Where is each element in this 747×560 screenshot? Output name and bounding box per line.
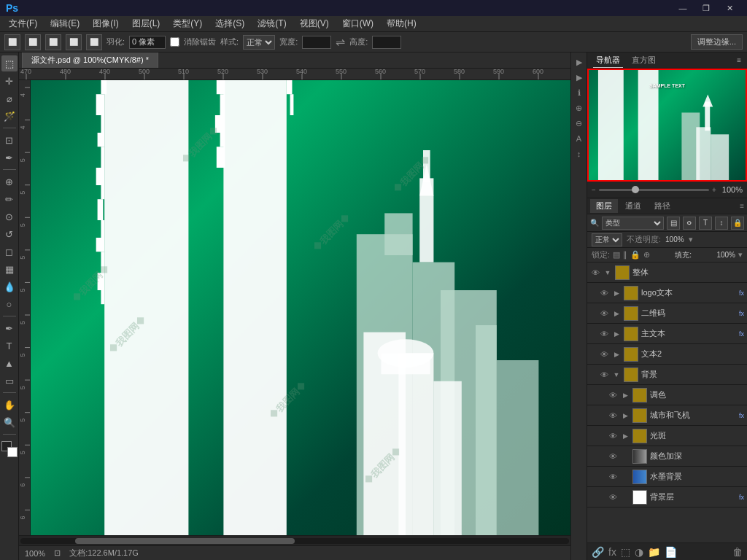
layer-item-水墨背景[interactable]: 👁 水墨背景	[587, 467, 747, 487]
layer-group-icon[interactable]: 📁	[648, 546, 660, 558]
menu-type[interactable]: 类型(Y)	[167, 16, 208, 31]
layer-expand-背景[interactable]: ▼	[612, 370, 621, 379]
layer-vis-二维码[interactable]: 👁	[599, 308, 609, 319]
layer-expand-光斑[interactable]: ▶	[621, 432, 630, 440]
tool-pen[interactable]: ✒	[1, 320, 18, 336]
layer-vis-调色[interactable]: 👁	[608, 390, 618, 400]
layers-panel-menu[interactable]: ≡	[740, 202, 744, 210]
opacity-arrow[interactable]: ▾	[689, 235, 693, 244]
menu-edit[interactable]: 编辑(E)	[44, 16, 85, 31]
layer-item-logo文本[interactable]: 👁 ▶ logo文本 fx	[587, 283, 747, 303]
layer-item-主文本[interactable]: 👁 ▶ 主文本 fx	[587, 324, 747, 344]
channels-tab[interactable]: 通道	[619, 199, 647, 213]
layer-vis-颜色加深[interactable]: 👁	[608, 451, 618, 462]
background-color[interactable]	[7, 447, 18, 457]
subtract-selection-btn[interactable]: ⬜	[66, 34, 82, 50]
menu-help[interactable]: 帮助(H)	[381, 16, 422, 31]
navigator-tab[interactable]: 导航器	[593, 53, 623, 68]
height-input[interactable]	[372, 36, 401, 49]
layer-expand-整体[interactable]: ▼	[603, 268, 612, 277]
tool-history-brush[interactable]: ↺	[1, 226, 18, 242]
layer-item-整体[interactable]: 👁 ▼ 整体	[587, 262, 747, 283]
tool-eraser[interactable]: ◻	[1, 244, 18, 260]
width-input[interactable]	[302, 36, 331, 49]
menu-layer[interactable]: 图层(L)	[126, 16, 166, 31]
add-selection-btn[interactable]: ⬜	[45, 34, 61, 50]
layer-vis-主文本[interactable]: 👁	[599, 329, 609, 339]
layer-expand-主文本[interactable]: ▶	[612, 330, 621, 338]
tool-options-icon[interactable]: ⬜	[4, 34, 20, 50]
layer-style-icon[interactable]: fx	[608, 546, 616, 558]
tool-eyedropper[interactable]: ✒	[1, 149, 18, 166]
layer-vis-光斑[interactable]: 👁	[608, 431, 618, 441]
rmini-play-btn[interactable]: ▶	[573, 55, 586, 69]
layer-vis-整体[interactable]: 👁	[590, 268, 600, 278]
style-select[interactable]: 正常	[243, 35, 275, 50]
layer-item-背景层[interactable]: 👁 背景层 fx	[587, 487, 747, 508]
document-tab[interactable]: 源文件.psd @ 100%(CMYK/8#) *	[22, 52, 158, 68]
layer-item-颜色加深[interactable]: 👁 颜色加深	[587, 446, 747, 467]
filter-pixel-icon[interactable]: ▤	[667, 217, 680, 230]
tool-spot-heal[interactable]: ⊕	[1, 174, 18, 190]
panel-options-icon[interactable]: ≡	[737, 56, 741, 64]
layer-vis-城市和飞机[interactable]: 👁	[608, 411, 618, 421]
feather-input[interactable]	[129, 36, 166, 49]
layer-item-文本2[interactable]: 👁 ▶ 文本2	[587, 344, 747, 365]
menu-window[interactable]: 窗口(W)	[336, 16, 379, 31]
horizontal-scrollbar[interactable]	[19, 535, 570, 545]
rmini-info-btn[interactable]: ℹ	[573, 86, 586, 99]
tool-text[interactable]: T	[1, 338, 18, 354]
tool-magic-wand[interactable]: 🪄	[1, 108, 18, 124]
menu-image[interactable]: 图像(I)	[87, 16, 124, 31]
layer-item-光斑[interactable]: 👁 ▶ 光斑	[587, 426, 747, 446]
tool-stamp[interactable]: ⊙	[1, 209, 18, 225]
zoom-fit-icon[interactable]: ⊡	[54, 548, 61, 558]
layer-mask-icon[interactable]: ⬚	[621, 546, 630, 558]
layer-delete-icon[interactable]: 🗑	[732, 546, 743, 558]
close-button[interactable]: ✕	[718, 0, 741, 16]
filter-shape-icon[interactable]: ↕	[715, 217, 728, 230]
layer-expand-logo文本[interactable]: ▶	[612, 289, 621, 298]
tool-shape[interactable]: ▭	[1, 373, 18, 389]
tool-move[interactable]: ✛	[1, 73, 18, 89]
menu-view[interactable]: 视图(V)	[294, 16, 335, 31]
fill-arrow[interactable]: ▾	[738, 250, 743, 260]
layer-link-icon[interactable]: 🔗	[592, 546, 604, 558]
layer-expand-二维码[interactable]: ▶	[612, 309, 621, 318]
anti-alias-check[interactable]	[170, 37, 179, 47]
lock-artboard-icon[interactable]: ⊕	[643, 250, 650, 260]
rmini-text-btn[interactable]: A	[573, 132, 586, 145]
layer-new-icon[interactable]: 📄	[665, 546, 677, 558]
tool-path-select[interactable]: ▲	[1, 355, 18, 371]
layer-item-城市和飞机[interactable]: 👁 ▶ 城市和飞机 fx	[587, 405, 747, 426]
rmini-zoom-out-btn[interactable]: ⊖	[573, 117, 586, 130]
minimize-button[interactable]: —	[671, 0, 694, 16]
filter-adjust-icon[interactable]: ⭘	[683, 217, 696, 230]
rmini-zoom-in-btn[interactable]: ⊕	[573, 101, 586, 114]
rmini-hand-btn[interactable]: ↕	[573, 147, 586, 160]
zoom-slider[interactable]	[599, 189, 709, 191]
new-selection-btn[interactable]: ⬜	[25, 34, 41, 50]
layer-type-filter[interactable]: 类型	[602, 217, 664, 230]
filter-smart-icon[interactable]: 🔒	[731, 217, 744, 230]
layer-vis-文本2[interactable]: 👁	[599, 349, 609, 359]
zoom-in-icon[interactable]: +	[712, 186, 716, 194]
layer-expand-调色[interactable]: ▶	[621, 391, 630, 400]
layer-adjustment-icon[interactable]: ◑	[635, 546, 643, 558]
tool-marquee[interactable]: ⬚	[1, 55, 18, 71]
tool-zoom[interactable]: 🔍	[1, 414, 18, 430]
tool-hand[interactable]: ✋	[1, 397, 18, 413]
color-indicator[interactable]	[1, 441, 18, 457]
layer-vis-背景层[interactable]: 👁	[608, 492, 618, 502]
tool-crop[interactable]: ⊡	[1, 132, 18, 148]
rmini-play2-btn[interactable]: ▶	[573, 71, 586, 84]
layer-item-调色[interactable]: 👁 ▶ 调色	[587, 385, 747, 405]
layer-expand-文本2[interactable]: ▶	[612, 350, 621, 359]
tool-gradient[interactable]: ▦	[1, 261, 18, 277]
maximize-button[interactable]: ❐	[694, 0, 718, 16]
zoom-out-icon[interactable]: −	[592, 186, 596, 194]
refine-edge-button[interactable]: 调整边缘...	[691, 34, 743, 50]
layer-vis-背景[interactable]: 👁	[599, 370, 609, 380]
tool-dodge[interactable]: ○	[1, 296, 18, 312]
blend-mode-select[interactable]: 正常	[592, 233, 622, 246]
